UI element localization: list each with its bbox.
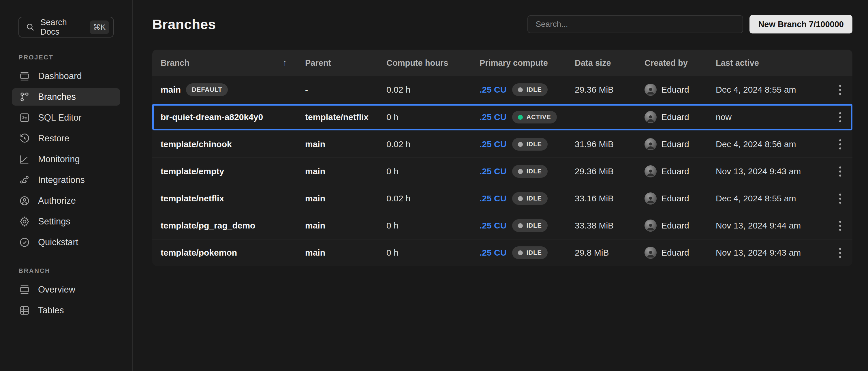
sidebar-nav: PROJECT Dashboard Branches SQL Editor Re… [19,54,114,319]
status-dot-icon [518,142,523,147]
status-dot-icon [518,196,523,201]
compute-hours: 0 h [386,166,479,176]
row-menu-button[interactable] [836,136,845,153]
status-label: IDLE [526,249,541,256]
sidebar-item-sql-editor[interactable]: SQL Editor [12,109,120,126]
row-menu-button[interactable] [836,217,845,234]
compute-hours: 0 h [386,248,479,258]
row-menu-button[interactable] [836,81,845,98]
compute-units-link[interactable]: .25 CU [479,140,506,149]
last-active: Nov 13, 2024 9:43 am [716,248,828,258]
table-row-template-pg-rag-demo[interactable]: template/pg_rag_demo main 0 h .25 CU IDL… [152,212,852,239]
column-header-created-by[interactable]: Created by [645,58,716,68]
compute-units-link[interactable]: .25 CU [479,248,506,258]
table-row-main[interactable]: main DEFAULT - 0.02 h .25 CU IDLE 29.36 … [152,76,852,103]
status-badge: IDLE [512,192,547,205]
data-size: 33.38 MiB [575,221,645,230]
column-header-compute-hours[interactable]: Compute hours [386,58,479,68]
parent-branch: main [305,166,386,176]
created-by-name: Eduard [661,248,689,258]
sidebar: Search Docs ⌘K PROJECT Dashboard Branche… [0,0,133,371]
row-menu-button[interactable] [836,190,845,207]
last-active: Dec 4, 2024 8:56 am [716,140,828,149]
column-header-last-active[interactable]: Last active [716,58,828,68]
status-dot-icon [518,223,523,228]
compute-units-link[interactable]: .25 CU [479,85,506,95]
parent-branch: main [305,193,386,204]
avatar [645,138,657,150]
row-menu-button[interactable] [836,109,845,126]
data-size: 29.8 MiB [575,248,645,258]
status-dot-icon [518,250,523,255]
sidebar-item-authorize[interactable]: Authorize [12,192,120,210]
table-row-template-netflix[interactable]: template/netflix main 0.02 h .25 CU IDLE… [152,185,852,212]
avatar [645,111,657,123]
sidebar-item-label: SQL Editor [38,113,81,123]
branch-name: template/empty [161,166,224,176]
overview-icon [19,284,31,296]
table-body: main DEFAULT - 0.02 h .25 CU IDLE 29.36 … [152,76,852,266]
parent-branch: template/netflix [305,112,386,122]
column-header-data-size[interactable]: Data size [575,58,645,68]
sidebar-item-label: Integrations [38,175,85,185]
sidebar-item-monitoring[interactable]: Monitoring [12,151,120,168]
column-header-branch[interactable]: Branch ↑ [161,58,305,68]
compute-units-link[interactable]: .25 CU [479,193,506,204]
page-header: Branches New Branch 7/100000 [152,15,852,33]
avatar [645,192,657,205]
sort-arrow-icon: ↑ [283,58,287,68]
status-label: IDLE [526,222,541,229]
sidebar-item-label: Overview [38,284,75,295]
sidebar-item-settings[interactable]: Settings [12,213,120,230]
status-badge: ACTIVE [512,111,557,123]
sidebar-item-label: Authorize [38,195,76,206]
created-by-name: Eduard [661,112,689,122]
branch-name: main [161,85,181,95]
table-row-template-chinook[interactable]: template/chinook main 0.02 h .25 CU IDLE… [152,130,852,157]
page-title: Branches [152,17,216,32]
column-header-parent[interactable]: Parent [305,58,386,68]
data-size: 31.96 MiB [575,140,645,149]
status-label: IDLE [526,195,541,202]
branch-search-input[interactable] [527,15,743,33]
compute-units-link[interactable]: .25 CU [479,112,506,122]
parent-branch: main [305,248,386,258]
status-label: IDLE [526,167,541,175]
parent-branch: - [305,85,386,95]
sidebar-item-quickstart[interactable]: Quickstart [12,234,120,251]
sidebar-item-branches[interactable]: Branches [12,88,120,105]
sidebar-item-label: Settings [38,216,70,227]
status-badge: IDLE [512,165,547,178]
avatar [645,84,657,96]
table-row-template-pokemon[interactable]: template/pokemon main 0 h .25 CU IDLE 29… [152,239,852,266]
table-row-br-quiet-dream-a820k4y0[interactable]: br-quiet-dream-a820k4y0 template/netflix… [152,103,852,130]
sidebar-item-dashboard[interactable]: Dashboard [12,67,120,85]
sidebar-item-integrations[interactable]: Integrations [12,172,120,189]
status-dot-icon [518,115,523,120]
compute-units-link[interactable]: .25 CU [479,166,506,176]
row-menu-button[interactable] [836,163,845,180]
table-row-template-empty[interactable]: template/empty main 0 h .25 CU IDLE 29.3… [152,157,852,185]
parent-branch: main [305,221,386,230]
sidebar-item-overview[interactable]: Overview [12,281,120,298]
column-header-primary-compute[interactable]: Primary compute [479,58,575,68]
keyboard-shortcut-badge: ⌘K [90,21,109,34]
created-by-name: Eduard [661,140,689,149]
table-header-row: Branch ↑ Parent Compute hours Primary co… [152,50,852,76]
new-branch-button[interactable]: New Branch 7/100000 [749,15,852,33]
tables-icon [19,304,31,316]
status-label: ACTIVE [526,113,551,121]
compute-units-link[interactable]: .25 CU [479,221,506,230]
integrations-icon [19,174,31,186]
compute-hours: 0 h [386,221,479,230]
avatar [645,220,657,231]
authorize-icon [19,195,31,207]
status-dot-icon [518,169,523,174]
sidebar-item-restore[interactable]: Restore [12,130,120,147]
main-content: Branches New Branch 7/100000 Branch ↑ Pa… [133,0,868,371]
header-actions: New Branch 7/100000 [527,15,852,33]
dashboard-icon [19,70,31,82]
row-menu-button[interactable] [836,244,845,261]
sidebar-item-tables[interactable]: Tables [12,302,120,319]
search-docs-button[interactable]: Search Docs ⌘K [19,17,114,37]
